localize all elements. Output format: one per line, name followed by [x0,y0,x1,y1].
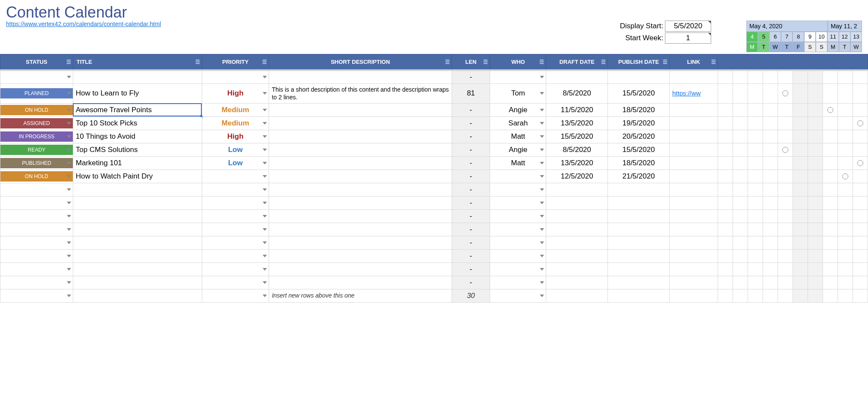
status-badge[interactable]: PUBLISHED [0,158,73,168]
chevron-down-icon[interactable] [67,268,71,271]
filter-icon[interactable]: ☰ [711,59,716,65]
chevron-down-icon[interactable] [263,122,267,125]
cell-status[interactable] [0,249,73,262]
cell-title[interactable] [73,249,202,262]
col-title[interactable]: TITLE☰ [73,54,202,71]
chevron-down-icon[interactable] [67,135,71,138]
cell-publish-date[interactable] [608,262,670,276]
cell-desc[interactable] [269,143,452,156]
cell-publish-date[interactable] [608,70,670,83]
chevron-down-icon[interactable] [67,149,71,151]
cell-desc[interactable] [269,249,452,262]
cell-title[interactable] [73,183,202,196]
cell-link[interactable] [669,170,718,183]
cell-title[interactable]: Top 10 Stock Picks [73,116,202,130]
cell-desc[interactable] [269,103,452,116]
cell-link[interactable] [669,209,718,223]
cell-link[interactable] [669,156,718,170]
chevron-down-icon[interactable] [263,202,267,204]
col-link[interactable]: LINK☰ [669,54,718,71]
cell-title[interactable] [73,289,202,302]
display-start-value[interactable]: 5/5/2020 [665,21,711,32]
source-link[interactable]: https://www.vertex42.com/calendars/conte… [6,21,161,27]
cell-draft-date[interactable]: 12/5/2020 [546,170,608,183]
cell-priority[interactable] [202,183,269,196]
cell-desc[interactable] [269,130,452,143]
cell-status[interactable]: ASSIGNED [0,116,73,130]
cell-who[interactable] [490,170,546,183]
status-badge[interactable]: ON HOLD [0,171,73,182]
chevron-down-icon[interactable] [263,241,267,244]
cell-publish-date[interactable] [608,236,670,249]
chevron-down-icon[interactable] [67,202,71,204]
chevron-down-icon[interactable] [67,76,71,78]
status-badge[interactable]: ASSIGNED [0,118,73,128]
chevron-down-icon[interactable] [263,135,267,138]
status-badge[interactable]: ON HOLD [0,105,73,115]
cell-publish-date[interactable]: 20/5/2020 [608,130,670,143]
cell-title[interactable]: Awesome Travel Points [73,103,202,116]
cell-draft-date[interactable]: 13/5/2020 [546,156,608,170]
cell-priority[interactable] [202,289,269,302]
cell-publish-date[interactable] [608,196,670,209]
cell-desc[interactable] [269,209,452,223]
cell-who[interactable]: Tom [490,83,546,103]
cell-priority[interactable]: Low [202,156,269,170]
cell-title[interactable] [73,262,202,276]
cell-draft-date[interactable] [546,70,608,83]
cell-status[interactable]: PUBLISHED [0,156,73,170]
cell-link[interactable] [669,236,718,249]
chevron-down-icon[interactable] [263,255,267,257]
cell-priority[interactable]: Low [202,143,269,156]
cell-status[interactable] [0,276,73,289]
chevron-down-icon[interactable] [67,215,71,217]
cell-link[interactable] [669,70,718,83]
filter-icon[interactable]: ☰ [445,59,450,65]
chevron-down-icon[interactable] [263,268,267,271]
cell-who[interactable] [490,70,546,83]
cell-draft-date[interactable] [546,262,608,276]
cell-link[interactable] [669,249,718,262]
chevron-down-icon[interactable] [540,175,544,178]
cell-title[interactable] [73,223,202,236]
cell-priority[interactable]: Medium [202,116,269,130]
cell-status[interactable] [0,196,73,209]
chevron-down-icon[interactable] [263,109,267,111]
chevron-down-icon[interactable] [263,76,267,78]
cell-publish-date[interactable]: 19/5/2020 [608,116,670,130]
cell-publish-date[interactable]: 15/5/2020 [608,143,670,156]
chevron-down-icon[interactable] [263,188,267,191]
cell-priority[interactable] [202,170,269,183]
cell-publish-date[interactable]: 15/5/2020 [608,83,670,103]
chevron-down-icon[interactable] [540,76,544,78]
cell-who[interactable] [490,183,546,196]
cell-link[interactable] [669,103,718,116]
cell-draft-date[interactable] [546,209,608,223]
cell-title[interactable]: How to Learn to Fly [73,83,202,103]
chevron-down-icon[interactable] [263,162,267,164]
cell-link[interactable] [669,183,718,196]
chevron-down-icon[interactable] [540,188,544,191]
chevron-down-icon[interactable] [540,162,544,164]
cell-publish-date[interactable] [608,209,670,223]
cell-desc[interactable]: This is a short description of this cont… [269,83,452,103]
cell-link[interactable] [669,276,718,289]
chevron-down-icon[interactable] [540,135,544,138]
cell-draft-date[interactable] [546,183,608,196]
filter-icon[interactable]: ☰ [262,59,267,65]
chevron-down-icon[interactable] [263,149,267,151]
cell-publish-date[interactable]: 18/5/2020 [608,156,670,170]
cell-link[interactable] [669,196,718,209]
cell-priority[interactable] [202,209,269,223]
cell-title[interactable] [73,236,202,249]
cell-desc[interactable] [269,196,452,209]
cell-status[interactable]: ON HOLD [0,103,73,116]
col-priority[interactable]: PRIORITY☰ [202,54,269,71]
cell-draft-date[interactable]: 8/5/2020 [546,143,608,156]
cell-priority[interactable] [202,236,269,249]
chevron-down-icon[interactable] [540,281,544,284]
cell-title[interactable] [73,196,202,209]
filter-icon[interactable]: ☰ [483,59,488,65]
filter-icon[interactable]: ☰ [663,59,667,65]
cell-who[interactable] [490,223,546,236]
